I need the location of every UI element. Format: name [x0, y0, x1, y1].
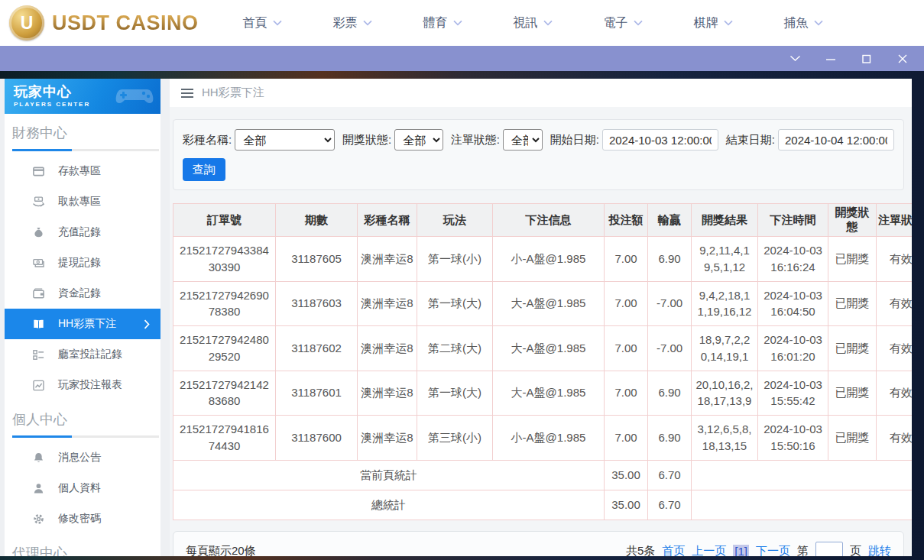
bets-table: 訂單號期數彩種名稱玩法下注信息投注額輸贏開獎結果下注時間開獎狀態注單狀態 215…	[173, 203, 912, 520]
cell-draw_status: 已開獎	[828, 281, 877, 326]
draw-status-select[interactable]: 全部	[394, 129, 443, 151]
nav-item-0[interactable]: 首頁	[243, 15, 282, 31]
sidebar-item-gear[interactable]: 修改密碼	[5, 503, 160, 534]
nav-item-6[interactable]: 捕魚	[784, 15, 823, 31]
chevron-down-icon	[363, 20, 372, 26]
column-header: 期數	[276, 204, 358, 237]
jump-button[interactable]: 跳转	[868, 544, 891, 556]
sidebar-item-lottery-book[interactable]: HH彩票下注	[5, 309, 160, 339]
withdraw-hand-icon	[32, 196, 45, 209]
section-underline	[12, 149, 159, 151]
cell-bet_time: 2024-10-03 15:55:42	[758, 371, 828, 416]
summary-row: 總統計35.006.70	[173, 490, 913, 520]
cell-amount: 7.00	[605, 371, 648, 416]
cell-order_no: 2152172794181674430	[173, 416, 276, 461]
column-header: 注單狀態	[877, 204, 913, 237]
filter-row: 彩種名稱: 全部 開獎狀態: 全部 注單狀態: 全部 開始日期:	[183, 129, 894, 151]
summary-empty	[692, 460, 913, 490]
cell-order_status: 有效	[877, 281, 913, 326]
lottery-book-icon	[32, 318, 45, 331]
table-row: 215217279418167443031187600澳洲幸运8第三球(小)小-…	[173, 416, 913, 461]
sidebar-item-wallet[interactable]: 資金記錄	[5, 278, 160, 309]
hamburger-menu-icon[interactable]	[181, 92, 193, 94]
main-body: 彩種名稱: 全部 開獎狀態: 全部 注單狀態: 全部 開始日期:	[170, 107, 912, 556]
total-count: 共5条	[626, 544, 655, 556]
summary-win-loss: 6.70	[648, 490, 692, 520]
sidebar-item-label: 存款專區	[58, 164, 101, 178]
window-maximize-icon[interactable]	[861, 53, 873, 65]
nav-item-5[interactable]: 棋牌	[694, 15, 733, 31]
cell-order_status: 有效	[877, 237, 913, 282]
sidebar-item-label: 取款專區	[58, 195, 101, 209]
end-date-input[interactable]	[778, 129, 894, 151]
sidebar-item-person[interactable]: 個人資料	[5, 473, 160, 503]
page-area: 玩家中心 PLAYERS CENTER 財務中心存款專區取款專區充值記錄提現記錄…	[0, 79, 912, 556]
sidebar-item-label: 提現記錄	[58, 256, 101, 270]
cell-order_status: 有效	[877, 371, 913, 416]
chevron-down-icon	[543, 20, 553, 26]
current-page[interactable]: [1]	[733, 545, 749, 556]
order-status-select[interactable]: 全部	[503, 129, 543, 151]
cell-lottery: 澳洲幸运8	[358, 371, 417, 416]
sidebar-item-bell[interactable]: 消息公告	[5, 442, 160, 473]
column-header: 下注時間	[758, 204, 828, 237]
nav-item-4[interactable]: 電子	[604, 15, 643, 31]
next-page-link[interactable]: 下一页	[756, 544, 790, 556]
cell-order_status: 有效	[877, 416, 913, 461]
cell-draw_status: 已開獎	[828, 416, 877, 461]
nav-item-1[interactable]: 彩票	[333, 15, 372, 31]
table-row: 215217279426907838031187603澳洲幸运8第一球(大)大-…	[173, 281, 913, 326]
sidebar-item-withdraw-hand[interactable]: 取款專區	[5, 186, 160, 217]
cell-win_loss: 6.90	[648, 237, 692, 282]
sidebar-item-report-chart[interactable]: 玩家投注報表	[5, 370, 160, 400]
column-header: 開獎結果	[692, 204, 758, 237]
wallet-icon	[32, 287, 45, 300]
lottery-name-select[interactable]: 全部	[235, 129, 335, 151]
prev-page-link[interactable]: 上一页	[692, 544, 726, 556]
window-minimize-icon[interactable]	[825, 53, 837, 65]
cell-lottery: 澳洲幸运8	[358, 281, 417, 326]
page-number-input[interactable]	[815, 542, 843, 556]
person-icon	[32, 482, 45, 495]
cell-play: 第一球(大)	[417, 371, 493, 416]
column-header: 輸贏	[648, 204, 692, 237]
cell-result: 3,12,6,5,8,18,13,15	[692, 416, 758, 461]
column-header: 下注信息	[493, 204, 605, 237]
cell-order_status: 有效	[877, 326, 913, 371]
sidebar-item-label: HH彩票下注	[58, 317, 116, 331]
cash-notes-icon	[32, 257, 45, 270]
window-dropdown-icon[interactable]	[789, 53, 801, 65]
app-window: U USDT CASINO 首頁彩票體育視訊電子棋牌捕魚 玩家中心 PLAYER…	[0, 0, 924, 560]
search-button[interactable]: 查詢	[183, 158, 225, 181]
summary-amount: 35.00	[605, 460, 648, 490]
window-close-icon[interactable]	[896, 53, 909, 65]
nav-item-3[interactable]: 視訊	[514, 15, 553, 31]
cell-result: 9,4,2,18,11,19,16,12	[692, 281, 758, 326]
sidebar-item-cash-notes[interactable]: 提現記錄	[5, 248, 160, 278]
nav-item-label: 體育	[423, 15, 448, 31]
summary-amount: 35.00	[605, 490, 648, 520]
cell-period: 31187600	[276, 416, 358, 461]
cell-order_no: 2152172794269078380	[173, 281, 276, 326]
chevron-down-icon	[814, 20, 823, 26]
gamepad-icon	[115, 85, 154, 111]
cell-draw_status: 已開獎	[828, 237, 877, 282]
nav-item-2[interactable]: 體育	[423, 15, 462, 31]
cell-lottery: 澳洲幸运8	[358, 326, 417, 371]
cell-lottery: 澳洲幸运8	[358, 237, 417, 282]
sidebar-section-title-0: 財務中心	[12, 124, 153, 142]
cell-win_loss: 6.90	[648, 416, 692, 461]
bank-card-icon	[32, 165, 45, 178]
sidebar-item-label: 廳室投註記錄	[58, 348, 122, 361]
table-header-row: 訂單號期數彩種名稱玩法下注信息投注額輸贏開獎結果下注時間開獎狀態注單狀態	[173, 204, 913, 237]
players-center-header: 玩家中心 PLAYERS CENTER	[5, 79, 160, 114]
sidebar-item-betting-records[interactable]: 廳室投註記錄	[5, 339, 160, 370]
page-size-text: 每頁顯示20條	[186, 544, 256, 556]
cell-bet_time: 2024-10-03 16:16:24	[758, 237, 828, 282]
cell-win_loss: 6.90	[648, 371, 692, 416]
page-jump-prefix: 第	[797, 544, 809, 556]
sidebar-item-money-bag[interactable]: 充值記錄	[5, 217, 160, 248]
start-date-input[interactable]	[602, 129, 718, 151]
sidebar-item-bank-card[interactable]: 存款專區	[5, 156, 160, 186]
first-page-link[interactable]: 首页	[662, 544, 685, 556]
